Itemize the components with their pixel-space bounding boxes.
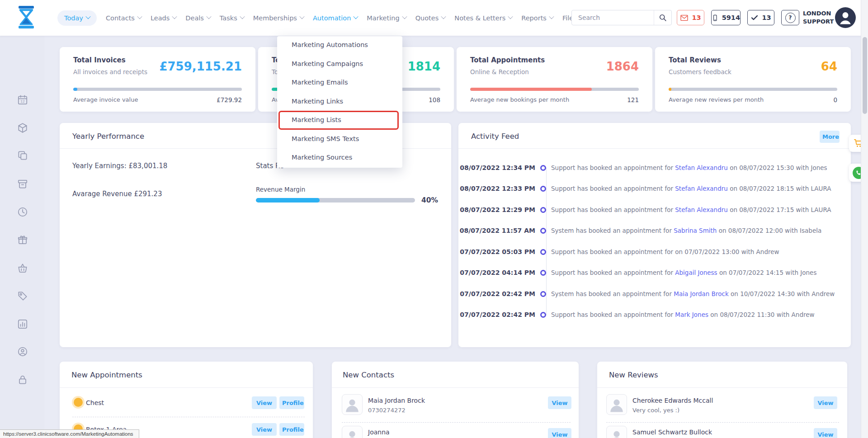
menu-item-reports[interactable]: Reports <box>521 14 553 22</box>
event-tail: on 08/07/2022 12:00 with Isabela <box>719 227 822 234</box>
menu-item-memberships[interactable]: Memberships <box>253 14 304 22</box>
contact-link[interactable]: Stefan Alexandru <box>675 164 728 171</box>
revenue-margin-track <box>256 198 415 203</box>
tasks-notifications-button[interactable]: 13 <box>747 10 774 25</box>
event-text: Support has booked an appointment for Ab… <box>551 269 816 276</box>
view-button[interactable]: View <box>814 428 837 438</box>
dashed-divider <box>342 422 571 423</box>
history-icon[interactable] <box>17 206 28 218</box>
email-count: 13 <box>692 14 701 21</box>
sms-notifications-button[interactable]: 5914 <box>711 10 741 25</box>
appointment-dot-icon <box>74 398 83 407</box>
event-text: System has booked an appointment for Mai… <box>551 290 835 297</box>
menu-item-marketing[interactable]: Marketing <box>367 14 406 22</box>
event-tail: on 10/07/2022 14:30 with Andrew <box>731 290 835 297</box>
support-icon[interactable] <box>17 346 28 358</box>
card-value: 1814 <box>408 60 440 73</box>
app-logo-icon[interactable] <box>13 4 40 32</box>
main-menu: Today Contacts Leads Deals Tasks Members… <box>57 0 577 36</box>
menu-item-marketing-automations[interactable]: Marketing Automations <box>292 41 368 48</box>
event-tail: on 08/07/2022 18:15 with LAURA <box>730 185 831 192</box>
gift-icon[interactable] <box>17 234 28 246</box>
contact-name: Joanna <box>368 429 390 436</box>
chevron-down-icon <box>240 14 245 19</box>
menu-item-contacts[interactable]: Contacts <box>106 14 142 22</box>
email-notifications-button[interactable]: 13 <box>677 10 704 25</box>
view-button[interactable]: View <box>252 423 277 436</box>
card-title: Total Invoices <box>73 56 126 64</box>
package-icon[interactable] <box>17 122 28 134</box>
contact-link[interactable]: Abigail Joness <box>675 269 717 276</box>
menu-item-notes-letters[interactable]: Notes & Letters <box>454 14 512 22</box>
person-placeholder-icon <box>342 426 362 438</box>
contact-link[interactable]: Stefan Alexandru <box>675 185 728 192</box>
chevron-down-icon <box>354 14 359 19</box>
menu-item-marketing-emails[interactable]: Marketing Emails <box>292 79 348 86</box>
search-input[interactable] <box>572 14 654 21</box>
timeline-ring-icon <box>540 270 546 276</box>
view-button[interactable]: View <box>252 396 277 409</box>
scrollbar-thumb[interactable] <box>863 37 867 114</box>
menu-item-marketing-campaigns[interactable]: Marketing Campaigns <box>292 60 363 67</box>
contact-phone: 0730274272 <box>368 407 406 414</box>
card-footer-value: £729.92 <box>217 96 242 104</box>
more-button[interactable]: More <box>820 131 840 143</box>
card-subtitle: Customers feedback <box>669 68 731 75</box>
contact-link[interactable]: Maia Jordan Brock <box>674 290 729 297</box>
menu-item-tasks[interactable]: Tasks <box>220 14 244 22</box>
menu-label: Contacts <box>106 14 135 22</box>
box-icon[interactable] <box>17 178 28 190</box>
menu-item-marketing-links[interactable]: Marketing Links <box>292 98 343 105</box>
search-button[interactable] <box>654 10 671 25</box>
menu-item-marketing-sources[interactable]: Marketing Sources <box>292 154 352 161</box>
menu-item-deals[interactable]: Deals <box>185 14 211 22</box>
event-desc: System has booked an appointment for <box>551 290 672 297</box>
menu-item-automation[interactable]: Automation <box>313 14 358 22</box>
event-desc: Support has booked an appointment for <box>551 269 673 276</box>
reviewer-avatar <box>606 394 627 415</box>
basket-icon[interactable] <box>17 262 28 274</box>
profile-button[interactable]: Profile <box>279 423 304 436</box>
calendar-icon[interactable]: 12 <box>17 94 28 106</box>
menu-item-leads[interactable]: Leads <box>151 14 176 22</box>
tag-icon[interactable] <box>17 290 28 302</box>
user-avatar[interactable] <box>835 7 856 28</box>
card-footer-value: 108 <box>429 96 440 104</box>
global-search <box>571 10 672 25</box>
event-tail: on 08/07/2022 15:30 with Jones <box>730 164 827 171</box>
event-time: 08/07/2022 12:29 PM <box>458 206 535 213</box>
copy-icon[interactable] <box>17 150 28 161</box>
contact-link[interactable]: Sabrina Smith <box>674 227 717 234</box>
person-placeholder-icon <box>342 395 362 414</box>
event-text: Support has booked an appointment for on… <box>551 248 779 255</box>
menu-item-today[interactable]: Today <box>57 10 97 26</box>
menu-item-marketing-sms-texts[interactable]: Marketing SMS Texts <box>292 135 359 142</box>
chevron-down-icon <box>549 14 554 19</box>
event-desc: Support has booked an appointment for <box>551 185 673 192</box>
bar-chart-icon[interactable] <box>17 318 28 330</box>
timeline-ring-icon <box>540 291 546 297</box>
feed-event: 07/07/2022 02:42 PM System has booked an… <box>458 289 846 299</box>
card-footer-label: Average new reviews per month <box>669 96 764 103</box>
card-title: Total Appointments <box>470 56 545 64</box>
view-button[interactable]: View <box>548 428 571 438</box>
red-highlight-box <box>278 111 399 130</box>
lock-icon[interactable] <box>17 374 28 386</box>
view-button[interactable]: View <box>548 396 571 409</box>
view-button[interactable]: View <box>814 396 837 409</box>
help-button[interactable]: ? <box>781 10 799 25</box>
account-name: LONDON SUPPORT <box>803 9 834 26</box>
panel-title: Yearly Performance <box>72 132 144 141</box>
revenue-margin-fill <box>256 198 320 203</box>
scrollbar-track[interactable] <box>861 0 868 438</box>
card-subtitle: Online & Reception <box>470 68 529 75</box>
menu-item-quotes[interactable]: Quotes <box>415 14 446 22</box>
card-value: 64 <box>821 60 837 73</box>
contact-link[interactable]: Mark Jones <box>675 311 708 318</box>
yearly-earnings: Yearly Earnings: £83,001.18 <box>72 162 167 170</box>
chevron-down-icon <box>85 14 90 19</box>
chevron-down-icon <box>508 14 513 19</box>
profile-button[interactable]: Profile <box>279 396 304 409</box>
contact-link[interactable]: Stefan Alexandru <box>675 206 728 213</box>
menu-label: Quotes <box>415 14 439 22</box>
